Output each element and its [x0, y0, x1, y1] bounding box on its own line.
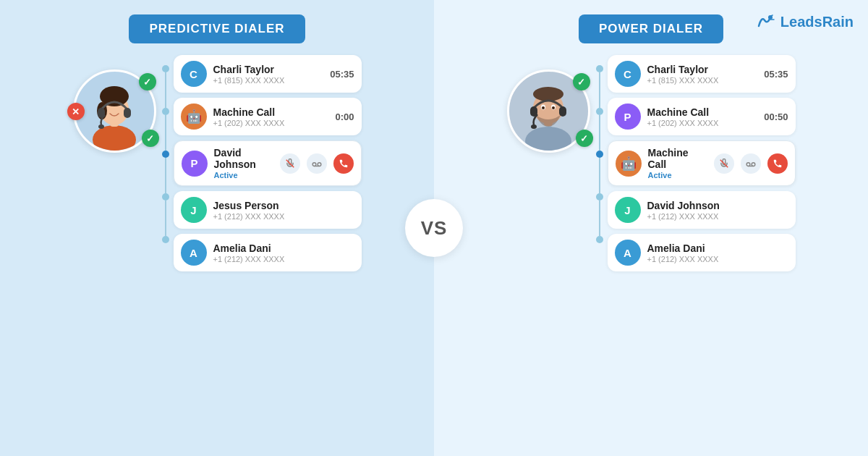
voicemail-icon-right-card-3[interactable] — [741, 153, 761, 174]
card-name-left-card-3: David Johnson — [214, 147, 273, 170]
timeline-dot-4 — [596, 236, 603, 243]
left-cards-area: CCharli Taylor+1 (815) XXX XXXX05:35🤖Mac… — [162, 55, 362, 271]
voicemail-icon-left-card-3[interactable] — [307, 153, 327, 174]
card-info-left-card-4: Jesus Person+1 (212) XXX XXXX — [213, 200, 354, 221]
avatar-right-card-3: 🤖 — [616, 151, 642, 177]
timeline-dot-0 — [162, 65, 169, 72]
avatar-right-card-2: P — [615, 104, 641, 130]
card-info-left-card-1: Charli Taylor+1 (815) XXX XXXX — [213, 64, 324, 85]
card-phone-right-card-4: +1 (212) XXX XXXX — [647, 212, 788, 221]
card-left-card-5: AAmelia Dani+1 (212) XXX XXXX — [174, 234, 362, 271]
avatar-left-card-3: P — [182, 151, 208, 177]
mute-icon-right-card-3[interactable] — [714, 153, 734, 174]
card-name-left-card-5: Amelia Dani — [213, 242, 354, 254]
card-name-left-card-4: Jesus Person — [213, 200, 354, 211]
left-status-check-top: ✓ — [139, 73, 156, 90]
card-status-right-card-3: Active — [648, 171, 707, 180]
card-name-right-card-3: Machine Call — [648, 147, 707, 170]
svg-rect-8 — [124, 108, 131, 118]
logo-icon — [753, 10, 776, 33]
left-agent-circle-wrap: ✓ ✓ ✕ — [73, 69, 156, 153]
avatar-right-card-1: C — [615, 61, 641, 87]
hangup-icon-right-card-3[interactable] — [767, 153, 788, 174]
timeline-line-2 — [165, 158, 166, 193]
timeline-dot-1 — [596, 108, 603, 115]
left-timeline — [162, 55, 169, 243]
card-right-card-1: CCharli Taylor+1 (815) XXX XXXX05:35 — [608, 55, 796, 93]
card-info-right-card-1: Charli Taylor+1 (815) XXX XXXX — [647, 64, 758, 85]
card-phone-left-card-2: +1 (202) XXX XXXX — [213, 119, 329, 127]
card-time-right-card-2: 00:50 — [764, 111, 788, 122]
mute-icon-left-card-3[interactable] — [280, 153, 300, 174]
right-title: POWER DIALER — [579, 14, 723, 43]
right-panel: POWER DIALER — [434, 0, 868, 456]
timeline-dot-1 — [162, 108, 169, 115]
card-info-right-card-3: Machine CallActive — [648, 147, 707, 180]
card-right-card-4: JDavid Johnson+1 (212) XXX XXXX — [608, 191, 796, 229]
right-agent-circle-wrap: ✓ ✓ — [507, 69, 590, 153]
timeline-line-3 — [165, 200, 166, 236]
right-agent-area: ✓ ✓ — [507, 55, 590, 153]
svg-point-24 — [552, 106, 555, 109]
left-cards-list: CCharli Taylor+1 (815) XXX XXXX05:35🤖Mac… — [174, 55, 362, 271]
avatar-left-card-5: A — [181, 240, 207, 266]
card-name-right-card-1: Charli Taylor — [647, 64, 758, 75]
timeline-dot-2 — [162, 151, 169, 158]
svg-point-2 — [93, 125, 136, 151]
vs-text: VS — [421, 217, 448, 240]
card-time-right-card-1: 05:35 — [764, 69, 788, 80]
logo-area: LeadsRain — [753, 10, 854, 33]
timeline-dot-3 — [162, 193, 169, 200]
right-status-check-bottom: ✓ — [576, 130, 593, 147]
card-info-right-card-4: David Johnson+1 (212) XXX XXXX — [647, 200, 788, 221]
timeline-line-0 — [599, 72, 600, 108]
left-panel: PREDICTIVE DIALER — [0, 0, 434, 456]
right-timeline — [596, 55, 603, 243]
card-phone-left-card-5: +1 (212) XXX XXXX — [213, 255, 354, 263]
avatar-right-card-4: J — [615, 197, 641, 223]
card-info-left-card-2: Machine Call+1 (202) XXX XXXX — [213, 106, 329, 127]
right-status-check-top: ✓ — [573, 73, 590, 90]
right-cards-list: CCharli Taylor+1 (815) XXX XXXX05:35PMac… — [608, 55, 796, 271]
card-phone-right-card-1: +1 (815) XXX XXXX — [647, 76, 758, 85]
card-right-card-3: 🤖Machine CallActive — [608, 140, 796, 186]
card-left-card-4: JJesus Person+1 (212) XXX XXXX — [174, 191, 362, 229]
avatar-right-card-5: A — [615, 240, 641, 266]
card-right-card-5: AAmelia Dani+1 (212) XXX XXXX — [608, 234, 796, 271]
card-left-card-2: 🤖Machine Call+1 (202) XXX XXXX0:00 — [174, 98, 362, 135]
avatar-left-card-1: C — [181, 61, 207, 87]
timeline-line-3 — [599, 200, 600, 236]
card-info-left-card-3: David JohnsonActive — [214, 147, 273, 180]
timeline-line-0 — [165, 72, 166, 108]
card-info-right-card-5: Amelia Dani+1 (212) XXX XXXX — [647, 242, 788, 263]
timeline-dot-4 — [162, 236, 169, 243]
svg-point-17 — [533, 87, 563, 101]
svg-point-23 — [542, 106, 545, 109]
card-phone-right-card-5: +1 (212) XXX XXXX — [647, 255, 788, 263]
logo-text: LeadsRain — [780, 14, 854, 30]
svg-rect-19 — [559, 106, 566, 117]
card-info-left-card-5: Amelia Dani+1 (212) XXX XXXX — [213, 242, 354, 263]
card-time-left-card-1: 05:35 — [330, 69, 354, 80]
card-name-right-card-2: Machine Call — [647, 106, 758, 118]
card-status-left-card-3: Active — [214, 171, 273, 180]
svg-point-20 — [531, 124, 537, 129]
timeline-dot-3 — [596, 193, 603, 200]
card-time-left-card-2: 0:00 — [335, 111, 354, 122]
left-status-check-bottom: ✓ — [142, 130, 159, 147]
left-status-cross: ✕ — [67, 103, 85, 120]
hangup-icon-left-card-3[interactable] — [333, 153, 354, 174]
avatar-left-card-4: J — [181, 197, 207, 223]
card-phone-right-card-2: +1 (202) XXX XXXX — [647, 119, 758, 127]
left-title: PREDICTIVE DIALER — [129, 14, 305, 43]
card-phone-left-card-4: +1 (212) XXX XXXX — [213, 212, 354, 221]
avatar-left-card-2: 🤖 — [181, 104, 207, 130]
vs-circle: VS — [405, 199, 463, 257]
svg-point-9 — [98, 124, 104, 129]
right-cards-area: CCharli Taylor+1 (815) XXX XXXX05:35PMac… — [596, 55, 796, 271]
card-left-card-3: PDavid JohnsonActive — [174, 140, 362, 186]
card-info-right-card-2: Machine Call+1 (202) XXX XXXX — [647, 106, 758, 127]
timeline-line-1 — [165, 115, 166, 151]
timeline-dot-0 — [596, 65, 603, 72]
card-left-card-1: CCharli Taylor+1 (815) XXX XXXX05:35 — [174, 55, 362, 93]
